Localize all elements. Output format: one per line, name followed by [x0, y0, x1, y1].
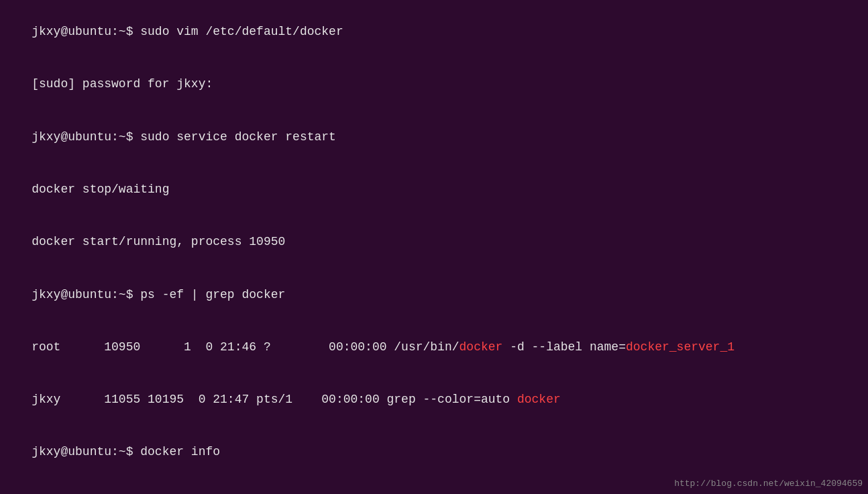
- line-text-plain: jkxy 11055 10195 0 21:47 pts/1 00:00:00 …: [32, 393, 517, 406]
- terminal-line-5: docker start/running, process 10950: [3, 215, 865, 268]
- line-text: docker stop/waiting: [32, 183, 169, 196]
- line-text: jkxy@ubuntu:~$ sudo service docker resta…: [32, 130, 336, 144]
- docker-highlight-1: docker: [459, 340, 503, 354]
- line-text: jkxy@ubuntu:~$ ps -ef | grep docker: [32, 288, 285, 301]
- watermark-text: http://blog.csdn.net/weixin_42094659: [674, 479, 863, 489]
- docker-label-highlight-1: docker_server_1: [626, 340, 735, 354]
- terminal-line-9: jkxy@ubuntu:~$ docker info: [3, 426, 865, 478]
- terminal-line-8: jkxy 11055 10195 0 21:47 pts/1 00:00:00 …: [3, 373, 865, 426]
- terminal-window: jkxy@ubuntu:~$ sudo vim /etc/default/doc…: [0, 0, 868, 494]
- terminal-line-2: [sudo] password for jkxy:: [3, 58, 865, 110]
- docker-highlight-2: docker: [517, 393, 561, 406]
- terminal-line-1: jkxy@ubuntu:~$ sudo vim /etc/default/doc…: [3, 5, 865, 58]
- line-text: [sudo] password for jkxy:: [32, 77, 213, 91]
- terminal-line-7: root 10950 1 0 21:46 ? 00:00:00 /usr/bin…: [3, 321, 865, 373]
- line-text: jkxy@ubuntu:~$ sudo vim /etc/default/doc…: [32, 25, 343, 38]
- line-text-plain2: -d --label name=: [502, 340, 626, 354]
- line-text: jkxy@ubuntu:~$ docker info: [32, 445, 220, 458]
- watermark: http://blog.csdn.net/weixin_42094659: [674, 479, 863, 489]
- terminal-line-4: docker stop/waiting: [3, 163, 865, 215]
- line-text-plain: root 10950 1 0 21:46 ? 00:00:00 /usr/bin…: [32, 340, 459, 354]
- terminal-line-3: jkxy@ubuntu:~$ sudo service docker resta…: [3, 111, 865, 163]
- line-text: docker start/running, process 10950: [32, 235, 285, 248]
- terminal-line-6: jkxy@ubuntu:~$ ps -ef | grep docker: [3, 268, 865, 320]
